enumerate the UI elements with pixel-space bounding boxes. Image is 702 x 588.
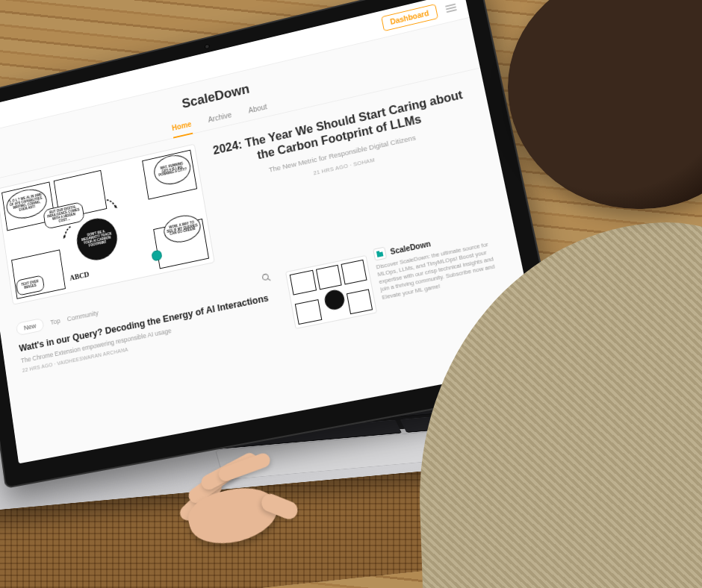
tab-home[interactable]: Home xyxy=(171,116,193,137)
callout-circle: DON'T BE A MEGAWATT! TRACK YOUR AI CARBO… xyxy=(74,215,120,264)
arrow-icon xyxy=(104,195,121,213)
handwritten-label: ABCD xyxy=(69,270,90,282)
key-cmd[interactable] xyxy=(400,416,456,433)
search-icon[interactable] xyxy=(261,272,272,284)
webpage: Dashboard ScaleDown Home Archive About xyxy=(0,0,543,463)
filter-top[interactable]: Top xyxy=(50,317,61,326)
key-arrow[interactable] xyxy=(561,403,601,419)
screen: Dashboard ScaleDown Home Archive About xyxy=(0,0,543,463)
brand-logo-icon xyxy=(373,247,387,261)
filter-new[interactable]: New xyxy=(16,318,45,337)
filter-community[interactable]: Community xyxy=(66,309,99,322)
article-thumbnail[interactable] xyxy=(285,255,377,329)
key-opt[interactable] xyxy=(453,412,492,428)
menu-icon[interactable] xyxy=(445,3,457,13)
key-arrow[interactable] xyxy=(525,406,565,422)
arrow-icon xyxy=(58,224,75,243)
svg-line-1 xyxy=(267,278,270,281)
key-arrow[interactable] xyxy=(489,409,529,425)
svg-point-0 xyxy=(262,273,269,280)
